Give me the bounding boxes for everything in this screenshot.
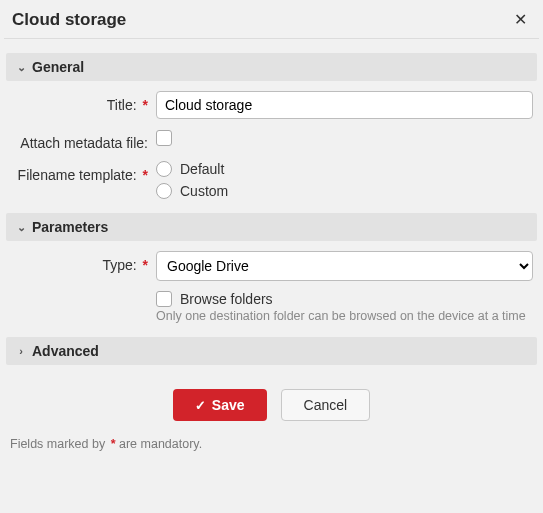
cancel-button-label: Cancel xyxy=(304,397,348,413)
radio-label-default: Default xyxy=(180,161,224,177)
section-title-general: General xyxy=(32,59,84,75)
section-header-parameters[interactable]: ⌄ Parameters xyxy=(6,213,537,241)
required-marker: * xyxy=(143,257,148,273)
row-filename-template: Filename template: * Default Custom xyxy=(10,161,533,199)
label-attach-metadata: Attach metadata file: xyxy=(10,129,156,151)
title-input[interactable] xyxy=(156,91,533,119)
row-title: Title: * xyxy=(10,91,533,119)
radio-option-default[interactable]: Default xyxy=(156,161,533,177)
section-body-general: Title: * Attach metadata file: Filename … xyxy=(0,91,543,213)
section-title-parameters: Parameters xyxy=(32,219,108,235)
section-header-advanced[interactable]: › Advanced xyxy=(6,337,537,365)
browse-folders-option[interactable]: Browse folders xyxy=(156,291,533,307)
row-type: Type: * Google Drive xyxy=(10,251,533,281)
radio-default[interactable] xyxy=(156,161,172,177)
footer-note: Fields marked by * are mandatory. xyxy=(0,427,543,465)
label-type: Type: * xyxy=(10,251,156,273)
browse-folders-label: Browse folders xyxy=(180,291,273,307)
close-icon[interactable]: ✕ xyxy=(510,8,531,32)
divider xyxy=(4,38,539,39)
check-icon: ✓ xyxy=(195,398,206,413)
browse-folders-hint: Only one destination folder can be brows… xyxy=(156,309,533,323)
chevron-down-icon: ⌄ xyxy=(14,61,28,74)
radio-label-custom: Custom xyxy=(180,183,228,199)
label-title: Title: * xyxy=(10,91,156,113)
dialog-header: Cloud storage ✕ xyxy=(0,0,543,38)
chevron-right-icon: › xyxy=(14,345,28,357)
radio-option-custom[interactable]: Custom xyxy=(156,183,533,199)
attach-metadata-checkbox[interactable] xyxy=(156,130,172,146)
chevron-down-icon: ⌄ xyxy=(14,221,28,234)
row-browse-folders: Browse folders Only one destination fold… xyxy=(10,291,533,323)
cancel-button[interactable]: Cancel xyxy=(281,389,371,421)
browse-folders-checkbox[interactable] xyxy=(156,291,172,307)
label-filename-template: Filename template: * xyxy=(10,161,156,183)
button-bar: ✓ Save Cancel xyxy=(0,379,543,427)
required-marker: * xyxy=(143,167,148,183)
type-select[interactable]: Google Drive xyxy=(156,251,533,281)
section-header-general[interactable]: ⌄ General xyxy=(6,53,537,81)
radio-custom[interactable] xyxy=(156,183,172,199)
section-title-advanced: Advanced xyxy=(32,343,99,359)
save-button-label: Save xyxy=(212,397,245,413)
cloud-storage-dialog: Cloud storage ✕ ⌄ General Title: * Attac… xyxy=(0,0,543,465)
required-marker: * xyxy=(143,97,148,113)
dialog-title: Cloud storage xyxy=(12,10,126,30)
save-button[interactable]: ✓ Save xyxy=(173,389,267,421)
row-attach-metadata: Attach metadata file: xyxy=(10,129,533,151)
section-body-parameters: Type: * Google Drive Browse folders Only… xyxy=(0,251,543,337)
